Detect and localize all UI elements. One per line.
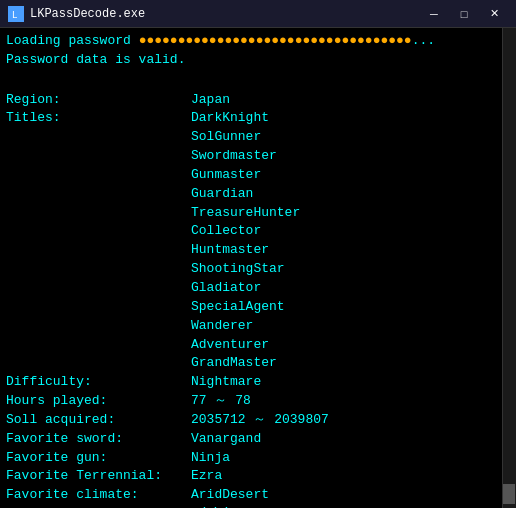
titles-row-3: Gunmaster bbox=[6, 166, 510, 185]
titles-row-11: Wanderer bbox=[6, 317, 510, 336]
title-bar: L LKPassDecode.exe ─ □ ✕ bbox=[0, 0, 516, 28]
titles-spacer-2 bbox=[6, 147, 191, 166]
titles-spacer-1 bbox=[6, 128, 191, 147]
titles-row-12: Adventurer bbox=[6, 336, 510, 355]
scrollbar-thumb[interactable] bbox=[503, 484, 515, 504]
title-value-9: Gladiator bbox=[191, 279, 261, 298]
terminal-content: Loading password ●●●●●●●●●●●●●●●●●●●●●●●… bbox=[0, 28, 516, 508]
titles-spacer-9 bbox=[6, 279, 191, 298]
titles-spacer-6 bbox=[6, 222, 191, 241]
title-value-2: Swordmaster bbox=[191, 147, 277, 166]
terrennial-row: Favorite Terrennial: Ezra bbox=[6, 467, 510, 486]
titles-spacer-13 bbox=[6, 354, 191, 373]
minimize-button[interactable]: ─ bbox=[420, 4, 448, 24]
difficulty-value: Nightmare bbox=[191, 373, 261, 392]
app-window: L LKPassDecode.exe ─ □ ✕ Loading passwor… bbox=[0, 0, 516, 508]
terrennial-label: Favorite Terrennial: bbox=[6, 467, 191, 486]
titles-row-2: Swordmaster bbox=[6, 147, 510, 166]
titles-row-9: Gladiator bbox=[6, 279, 510, 298]
titles-spacer-12 bbox=[6, 336, 191, 355]
hours-label: Hours played: bbox=[6, 392, 191, 411]
difficulty-label: Difficulty: bbox=[6, 373, 191, 392]
blank-line bbox=[6, 70, 510, 89]
soll-label: Soll acquired: bbox=[6, 411, 191, 430]
titles-row-10: SpecialAgent bbox=[6, 298, 510, 317]
titles-spacer-3 bbox=[6, 166, 191, 185]
difficulty-row: Difficulty: Nightmare bbox=[6, 373, 510, 392]
sword-value: Vanargand bbox=[191, 430, 261, 449]
gun-value: Ninja bbox=[191, 449, 230, 468]
titles-row-7: Huntmaster bbox=[6, 241, 510, 260]
svg-text:L: L bbox=[12, 10, 17, 20]
terrennial-value: Ezra bbox=[191, 467, 222, 486]
gun-label: Favorite gun: bbox=[6, 449, 191, 468]
hours-value: 77 ～ 78 bbox=[191, 392, 251, 411]
sword-row: Favorite sword: Vanargand bbox=[6, 430, 510, 449]
titles-row-6: Collector bbox=[6, 222, 510, 241]
soll-value: 2035712 ～ 2039807 bbox=[191, 411, 329, 430]
climate-label: Favorite climate: bbox=[6, 486, 191, 505]
titles-spacer-7 bbox=[6, 241, 191, 260]
close-button[interactable]: ✕ bbox=[480, 4, 508, 24]
title-value-13: GrandMaster bbox=[191, 354, 277, 373]
title-value-1: SolGunner bbox=[191, 128, 261, 147]
titles-spacer-4 bbox=[6, 185, 191, 204]
title-value-3: Gunmaster bbox=[191, 166, 261, 185]
valid-line: Password data is valid. bbox=[6, 51, 510, 70]
titles-spacer-10 bbox=[6, 298, 191, 317]
climate-row: Favorite climate: AridDesert bbox=[6, 486, 510, 505]
title-value-5: TreasureHunter bbox=[191, 204, 300, 223]
title-value-6: Collector bbox=[191, 222, 261, 241]
title-value-8: ShootingStar bbox=[191, 260, 285, 279]
sword-label: Favorite sword: bbox=[6, 430, 191, 449]
titles-row-4: Guardian bbox=[6, 185, 510, 204]
title-value-12: Adventurer bbox=[191, 336, 269, 355]
titles-spacer-5 bbox=[6, 204, 191, 223]
title-value-0: DarkKnight bbox=[191, 109, 269, 128]
climate-value: AridDesert bbox=[191, 486, 269, 505]
window-controls: ─ □ ✕ bbox=[420, 4, 508, 24]
titles-spacer-8 bbox=[6, 260, 191, 279]
loading-line: Loading password ●●●●●●●●●●●●●●●●●●●●●●●… bbox=[6, 32, 510, 51]
window-title: LKPassDecode.exe bbox=[30, 7, 420, 21]
titles-first-row: Titles: DarkKnight bbox=[6, 109, 510, 128]
titles-row-5: TreasureHunter bbox=[6, 204, 510, 223]
maximize-button[interactable]: □ bbox=[450, 4, 478, 24]
title-value-4: Guardian bbox=[191, 185, 253, 204]
scrollbar[interactable] bbox=[502, 28, 516, 508]
titles-spacer-11 bbox=[6, 317, 191, 336]
titles-row-8: ShootingStar bbox=[6, 260, 510, 279]
title-value-7: Huntmaster bbox=[191, 241, 269, 260]
app-icon: L bbox=[8, 6, 24, 22]
hours-row: Hours played: 77 ～ 78 bbox=[6, 392, 510, 411]
title-value-11: Wanderer bbox=[191, 317, 253, 336]
titles-row-13: GrandMaster bbox=[6, 354, 510, 373]
data-table: Region: Japan Titles: DarkKnight SolGunn… bbox=[6, 91, 510, 508]
region-value: Japan bbox=[191, 91, 230, 110]
titles-label: Titles: bbox=[6, 109, 191, 128]
titles-row-1: SolGunner bbox=[6, 128, 510, 147]
gun-row: Favorite gun: Ninja bbox=[6, 449, 510, 468]
title-value-10: SpecialAgent bbox=[191, 298, 285, 317]
region-row: Region: Japan bbox=[6, 91, 510, 110]
soll-row: Soll acquired: 2035712 ～ 2039807 bbox=[6, 411, 510, 430]
region-label: Region: bbox=[6, 91, 191, 110]
